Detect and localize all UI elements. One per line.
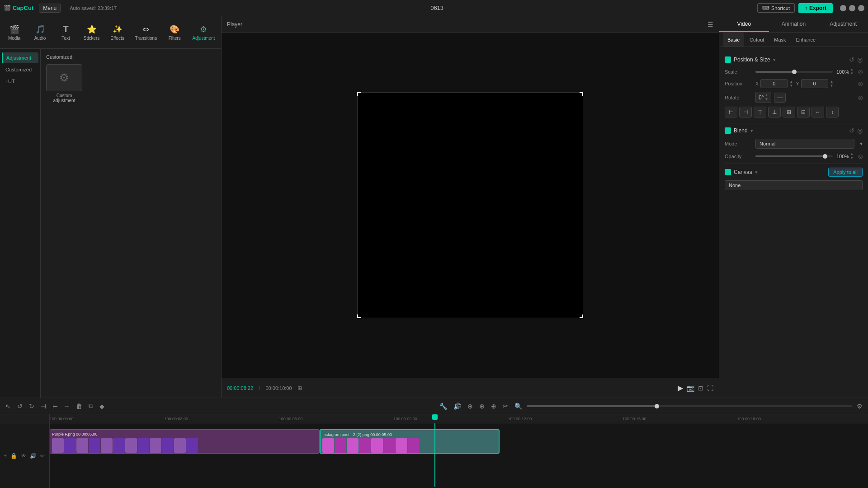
- sidebar-item-lut[interactable]: LUT: [2, 76, 38, 87]
- menu-button[interactable]: Menu: [39, 4, 61, 13]
- opacity-down[interactable]: ▼: [850, 156, 854, 160]
- opacity-slider[interactable]: [755, 155, 833, 157]
- ruler-mark-2: 100:00:06:00: [279, 417, 303, 421]
- align-center-v[interactable]: ⊞: [783, 107, 795, 117]
- tl-settings[interactable]: ⚙: [855, 402, 864, 411]
- tool-effects[interactable]: ✨ Effects: [105, 22, 130, 43]
- rotate-inputs: 0° ▲ ▼ —: [755, 92, 854, 103]
- align-extra1[interactable]: ↔: [811, 107, 824, 117]
- tab-adjustment[interactable]: Adjustment: [818, 16, 868, 32]
- scale-thumb[interactable]: [792, 70, 797, 74]
- tl-trim-left[interactable]: ⊢: [51, 402, 60, 411]
- play-button[interactable]: ▶: [678, 384, 683, 392]
- track-add-btn[interactable]: +: [3, 452, 8, 460]
- rotate-up[interactable]: ▲: [764, 94, 768, 97]
- fullscreen-half-button[interactable]: ⊡: [698, 384, 703, 392]
- tl-cut[interactable]: ✂: [501, 402, 510, 411]
- align-top[interactable]: ⊥: [768, 107, 781, 117]
- canvas-toggle[interactable]: [725, 169, 731, 175]
- tab-animation[interactable]: Animation: [769, 16, 819, 32]
- opacity-thumb[interactable]: [823, 154, 827, 159]
- frame-9: [150, 438, 161, 453]
- tool-text[interactable]: T Text: [53, 21, 78, 43]
- tl-track-add3[interactable]: ⊕: [489, 402, 498, 411]
- scale-up[interactable]: ▲: [850, 68, 854, 71]
- position-reset[interactable]: ◎: [858, 80, 863, 87]
- align-right[interactable]: ⊤: [754, 107, 766, 117]
- scale-down[interactable]: ▼: [850, 72, 854, 75]
- tl-audio-on[interactable]: 🔊: [452, 402, 463, 411]
- tl-copy[interactable]: ⧉: [87, 401, 95, 411]
- clip-teal-label: Instagram post - 2 (2).png 00:00:05,00: [322, 431, 392, 437]
- blend-reset2[interactable]: ◎: [857, 127, 863, 134]
- scale-slider[interactable]: [755, 71, 833, 73]
- close-button[interactable]: [858, 5, 864, 11]
- pos-x-up[interactable]: ▲: [789, 80, 793, 84]
- player-menu-icon[interactable]: ☰: [708, 21, 713, 28]
- position-size-reset2[interactable]: ◎: [857, 56, 863, 63]
- maximize-button[interactable]: [849, 5, 855, 11]
- tl-select-tool[interactable]: ↖: [4, 402, 13, 411]
- tool-adjustment[interactable]: ⚙ Adjustment: [188, 22, 219, 43]
- track-visible-btn[interactable]: 👁: [20, 452, 27, 460]
- clip-purple[interactable]: Purple F.png 00:00:05,00: [50, 429, 320, 454]
- snapshot-button[interactable]: 📷: [687, 384, 694, 392]
- position-y-input[interactable]: [801, 79, 828, 88]
- export-button[interactable]: ↑ Export: [798, 3, 833, 13]
- blend-reset[interactable]: ↺: [849, 127, 854, 134]
- subtab-basic[interactable]: Basic: [723, 33, 744, 47]
- tl-split[interactable]: ⊣: [39, 402, 48, 411]
- tl-zoom-slider[interactable]: [527, 405, 853, 407]
- apply-to-all-button[interactable]: Apply to all: [828, 168, 863, 177]
- align-center-h[interactable]: ⊣: [739, 107, 752, 117]
- align-extra2[interactable]: ↕: [826, 107, 839, 117]
- subtab-mask[interactable]: Mask: [769, 33, 790, 47]
- tool-stickers[interactable]: ⭐ Stickers: [79, 22, 104, 43]
- shortcut-button[interactable]: ⌨ Shortcut: [757, 3, 795, 13]
- position-x-input[interactable]: [760, 79, 788, 88]
- tool-audio[interactable]: 🎵 Audio: [28, 22, 52, 43]
- rotate-reset[interactable]: ◎: [858, 94, 863, 101]
- canvas-select[interactable]: None: [725, 180, 863, 190]
- pos-y-down[interactable]: ▼: [830, 84, 834, 88]
- opacity-up[interactable]: ▲: [850, 152, 854, 156]
- blend-mode-select[interactable]: Normal: [755, 139, 854, 149]
- track-edit-btn[interactable]: ✏: [39, 452, 46, 460]
- tl-delete[interactable]: 🗑: [74, 402, 84, 411]
- tl-track-add2[interactable]: ⊕: [477, 402, 486, 411]
- tl-redo[interactable]: ↻: [27, 402, 36, 411]
- rotate-down[interactable]: ▼: [764, 98, 768, 101]
- sidebar-item-adjustment[interactable]: Adjustment: [2, 52, 38, 63]
- align-bottom[interactable]: ⊟: [797, 107, 810, 117]
- sidebar-item-customized[interactable]: Customized: [2, 64, 38, 75]
- track-lock-btn[interactable]: 🔒: [9, 452, 18, 460]
- tl-zoom-out[interactable]: 🔍: [513, 402, 524, 411]
- tl-keyframe[interactable]: ◆: [98, 402, 106, 411]
- playhead[interactable]: [434, 423, 435, 487]
- tl-undo[interactable]: ↺: [15, 402, 24, 411]
- blend-toggle[interactable]: [725, 127, 731, 134]
- position-x-group: X ▲ ▼: [755, 79, 793, 88]
- tl-magnet[interactable]: 🔧: [438, 402, 449, 411]
- tl-zoom-thumb[interactable]: [655, 404, 659, 408]
- position-size-toggle[interactable]: [725, 56, 731, 63]
- align-left[interactable]: ⊢: [725, 107, 737, 117]
- tl-track-add[interactable]: ⊕: [466, 402, 475, 411]
- tab-video[interactable]: Video: [719, 16, 769, 32]
- minimize-button[interactable]: [840, 5, 846, 11]
- scale-reset[interactable]: ◎: [858, 69, 863, 75]
- tool-filters[interactable]: 🎨 Filters: [162, 22, 187, 43]
- subtab-cutout[interactable]: Cutout: [745, 33, 769, 47]
- fullscreen-button[interactable]: ⛶: [707, 384, 713, 392]
- tool-media[interactable]: 🎬 Media: [2, 22, 27, 43]
- pos-x-down[interactable]: ▼: [789, 84, 793, 88]
- custom-adjustment-card[interactable]: ⚙ Custom adjustment: [46, 64, 82, 103]
- position-size-reset[interactable]: ↺: [849, 56, 854, 63]
- clip-teal[interactable]: Instagram post - 2 (2).png 00:00:05,00: [320, 429, 500, 454]
- pos-y-up[interactable]: ▲: [830, 80, 834, 84]
- opacity-reset[interactable]: ◎: [858, 153, 863, 160]
- subtab-enhance[interactable]: Enhance: [792, 33, 820, 47]
- track-audio-btn[interactable]: 🔊: [29, 452, 38, 460]
- tl-trim-right[interactable]: ⊣: [62, 402, 71, 411]
- tool-transitions[interactable]: ⇔ Transitions: [131, 22, 161, 43]
